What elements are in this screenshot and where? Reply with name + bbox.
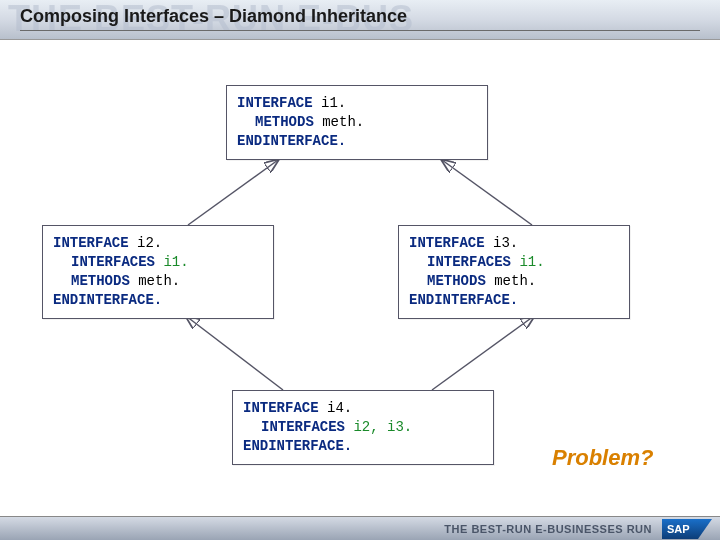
interface-box-i3: INTERFACE i3. INTERFACES i1. METHODS met… [398, 225, 630, 319]
keyword: INTERFACE [53, 235, 129, 251]
slide-header: THE BEST-RUN E-BUS Composing Interfaces … [0, 0, 720, 40]
identifier: i2, i3. [353, 419, 412, 435]
keyword: METHODS [255, 114, 314, 130]
identifier: i1. [163, 254, 188, 270]
footer-text: THE BEST-RUN E-BUSINESSES RUN [444, 523, 652, 535]
interface-box-i4: INTERFACE i4. INTERFACES i2, i3. ENDINTE… [232, 390, 494, 465]
keyword: ENDINTERFACE. [53, 292, 162, 308]
keyword: INTERFACE [243, 400, 319, 416]
interface-box-i1: INTERFACE i1. METHODS meth. ENDINTERFACE… [226, 85, 488, 160]
svg-line-4 [432, 316, 534, 390]
keyword: INTERFACE [237, 95, 313, 111]
identifier: meth. [138, 273, 180, 289]
keyword: INTERFACES [261, 419, 345, 435]
identifier: i2. [137, 235, 162, 251]
identifier: meth. [322, 114, 364, 130]
identifier: meth. [494, 273, 536, 289]
svg-line-3 [186, 316, 283, 390]
svg-line-2 [442, 160, 532, 225]
keyword: ENDINTERFACE. [243, 438, 352, 454]
identifier: i1. [519, 254, 544, 270]
problem-label: Problem? [552, 445, 653, 471]
svg-text:SAP: SAP [667, 523, 690, 535]
keyword: INTERFACE [409, 235, 485, 251]
keyword: INTERFACES [427, 254, 511, 270]
identifier: i1. [321, 95, 346, 111]
identifier: i4. [327, 400, 352, 416]
keyword: ENDINTERFACE. [237, 133, 346, 149]
keyword: METHODS [427, 273, 486, 289]
keyword: METHODS [71, 273, 130, 289]
interface-box-i2: INTERFACE i2. INTERFACES i1. METHODS met… [42, 225, 274, 319]
svg-line-1 [188, 160, 278, 225]
keyword: ENDINTERFACE. [409, 292, 518, 308]
keyword: INTERFACES [71, 254, 155, 270]
slide-footer: THE BEST-RUN E-BUSINESSES RUN SAP [0, 516, 720, 540]
sap-logo-icon: SAP [662, 519, 712, 539]
slide-title: Composing Interfaces – Diamond Inheritan… [20, 6, 700, 27]
identifier: i3. [493, 235, 518, 251]
